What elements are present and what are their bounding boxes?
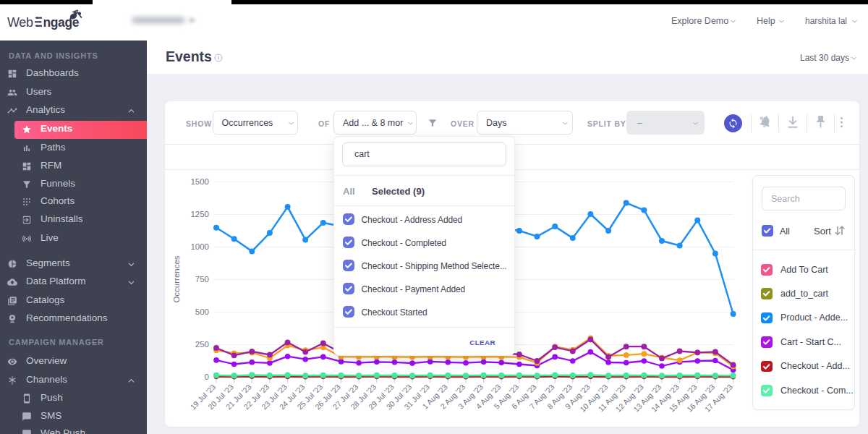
- svg-text:1250: 1250: [190, 210, 209, 218]
- svg-text:Occurrences: Occurrences: [172, 255, 181, 302]
- svg-text:0: 0: [205, 373, 209, 381]
- svg-text:500: 500: [195, 307, 209, 316]
- svg-text:1000: 1000: [190, 242, 209, 251]
- svg-text:1500: 1500: [190, 177, 209, 186]
- svg-text:250: 250: [195, 340, 209, 349]
- svg-text:750: 750: [195, 275, 209, 284]
